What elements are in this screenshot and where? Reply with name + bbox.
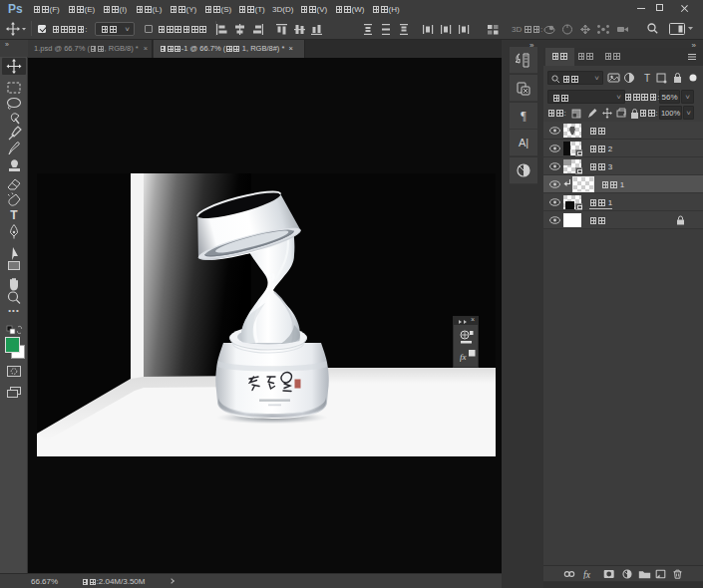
svg-text:fx: fx	[460, 352, 467, 362]
svg-text:fx: fx	[583, 570, 591, 580]
svg-text:T: T	[644, 73, 650, 84]
